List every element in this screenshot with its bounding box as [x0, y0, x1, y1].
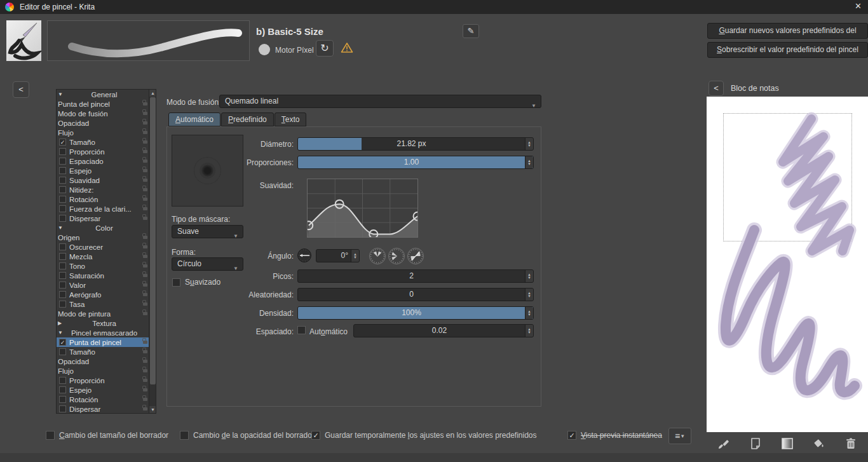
option-checkbox[interactable] [59, 348, 66, 355]
option-checkbox[interactable]: ✓ [59, 339, 66, 346]
page-icon[interactable] [747, 435, 764, 452]
lock-icon[interactable] [143, 388, 147, 391]
option-row[interactable]: ✓Punta del pincel [57, 337, 156, 347]
spinner-buttons[interactable]: ▲▼ [525, 325, 533, 337]
scratchpad-canvas[interactable] [707, 97, 868, 432]
expand-triangle-icon[interactable]: ▶ [58, 320, 67, 326]
gradient-icon[interactable] [779, 435, 796, 452]
lock-icon[interactable] [143, 264, 147, 268]
footer-checkbox[interactable]: ✓ [311, 431, 320, 440]
lock-icon[interactable] [143, 341, 147, 344]
lock-icon[interactable] [143, 350, 147, 353]
lock-icon[interactable] [143, 379, 147, 382]
option-row[interactable]: Espaciado [57, 156, 156, 166]
option-checkbox[interactable] [59, 396, 66, 403]
option-checkbox[interactable]: ✓ [59, 139, 66, 146]
ratio-slider[interactable]: 1.00 ▲▼ [297, 156, 534, 169]
footer-checkbox[interactable] [180, 431, 189, 440]
lock-icon[interactable] [143, 131, 147, 134]
option-row[interactable]: Proporción [57, 147, 156, 156]
option-checkbox[interactable] [59, 253, 66, 260]
lock-icon[interactable] [143, 217, 147, 220]
option-row[interactable]: Opacidad [57, 357, 156, 366]
option-row[interactable]: Opacidad [57, 118, 156, 128]
option-checkbox[interactable] [59, 177, 66, 184]
option-checkbox[interactable] [59, 405, 66, 412]
option-row[interactable]: Espejo [57, 385, 156, 395]
reload-preset-button[interactable]: ↻ [316, 40, 334, 57]
option-row[interactable]: Oscurecer [57, 242, 156, 252]
detach-menu-button[interactable]: ≡▼ [668, 428, 691, 444]
option-checkbox[interactable] [59, 196, 66, 203]
angle-fan-left-button[interactable] [388, 248, 405, 264]
lock-icon[interactable] [143, 398, 147, 401]
option-row[interactable]: Modo de fusión [57, 109, 156, 118]
option-checkbox[interactable] [59, 262, 66, 269]
option-row[interactable]: Valor [57, 280, 156, 290]
collapse-notepad-button[interactable]: < [709, 81, 724, 96]
lock-icon[interactable] [143, 198, 147, 201]
option-checkbox[interactable] [59, 272, 66, 279]
tab-texto[interactable]: Texto [275, 112, 307, 126]
lock-icon[interactable] [143, 312, 147, 315]
lock-icon[interactable] [143, 160, 147, 163]
option-row[interactable]: Tono [57, 261, 156, 271]
diameter-slider[interactable]: 21.82 px ▲▼ [297, 137, 534, 151]
collapse-triangle-icon[interactable]: ▼ [58, 330, 67, 336]
option-row[interactable]: Espejo [57, 166, 156, 175]
antialias-checkbox[interactable] [172, 278, 180, 287]
footer-checkbox[interactable]: ✓ [567, 431, 576, 440]
option-row[interactable]: Tasa [57, 299, 156, 309]
spinner-buttons[interactable]: ▲▼ [525, 138, 533, 150]
scroll-up-icon[interactable]: ▲ [149, 90, 156, 97]
lock-icon[interactable] [143, 207, 147, 210]
trash-icon[interactable] [843, 435, 859, 452]
option-row[interactable]: Dispersar [57, 214, 156, 223]
option-row[interactable]: Fuerza de la clari... [57, 204, 156, 214]
fill-icon[interactable] [811, 435, 827, 452]
option-checkbox[interactable] [59, 205, 66, 212]
tab-automático[interactable]: Automático [168, 112, 220, 126]
close-icon[interactable]: ✕ [852, 1, 864, 11]
blend-mode-select[interactable]: Quemado lineal ▼ [219, 95, 541, 108]
collapse-triangle-icon[interactable]: ▼ [58, 92, 67, 97]
option-checkbox[interactable] [59, 291, 66, 298]
save-new-preset-button[interactable]: Guardar nuevos valores predefinidos del … [707, 23, 868, 39]
option-checkbox[interactable] [59, 186, 66, 193]
option-row[interactable]: ✓Tamaño [57, 137, 156, 147]
option-row[interactable]: Mezcla [57, 252, 156, 261]
option-checkbox[interactable] [59, 377, 66, 384]
lock-icon[interactable] [143, 150, 147, 153]
spinner-buttons[interactable]: ▲▼ [525, 307, 533, 319]
spikes-slider[interactable]: 2 ▲▼ [297, 269, 534, 283]
density-slider[interactable]: 100% ▲▼ [297, 306, 534, 320]
option-row[interactable]: Flujo [57, 366, 156, 376]
footer-checkbox[interactable] [46, 431, 55, 440]
scroll-down-icon[interactable]: ▼ [149, 406, 156, 413]
lock-icon[interactable] [143, 274, 147, 277]
lock-icon[interactable] [143, 293, 147, 296]
lock-icon[interactable] [143, 112, 147, 115]
option-row[interactable]: Origen [57, 233, 156, 242]
angle-fan-diagonal-button[interactable] [407, 248, 424, 264]
lock-icon[interactable] [143, 140, 147, 144]
angle-input[interactable]: 0° ▲▼ [316, 249, 360, 262]
softness-curve-editor[interactable] [307, 179, 418, 238]
lock-icon[interactable] [143, 169, 147, 172]
spinner-buttons[interactable]: ▲▼ [351, 250, 359, 262]
randomness-slider[interactable]: 0 ▲▼ [297, 288, 534, 301]
option-row[interactable]: Flujo [57, 128, 156, 137]
option-section-header[interactable]: ▼Color [57, 223, 156, 233]
option-row[interactable]: Aerógrafo [57, 290, 156, 299]
collapse-triangle-icon[interactable]: ▼ [58, 225, 67, 231]
lock-icon[interactable] [143, 369, 147, 372]
lock-icon[interactable] [143, 102, 147, 105]
brush-icon[interactable] [715, 435, 732, 452]
spinner-buttons[interactable]: ▲▼ [525, 289, 533, 301]
scrollbar-thumb[interactable] [150, 97, 156, 384]
angle-dial[interactable] [297, 248, 311, 262]
options-scrollbar[interactable]: ▲ ▼ [149, 90, 156, 413]
option-section-header[interactable]: ▶Textura [57, 318, 156, 328]
option-checkbox[interactable] [59, 158, 66, 165]
option-row[interactable]: Proporción [57, 376, 156, 385]
